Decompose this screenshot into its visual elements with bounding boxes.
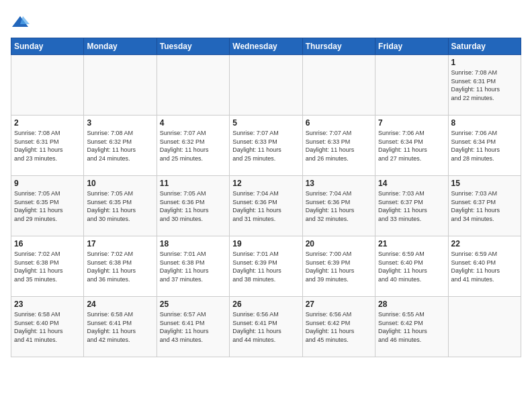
- col-header-sunday: Sunday: [11, 38, 84, 55]
- col-header-saturday: Saturday: [448, 38, 521, 55]
- day-number: 25: [160, 300, 226, 309]
- day-info: Sunrise: 7:00 AM Sunset: 6:39 PM Dayligh…: [306, 250, 372, 283]
- day-number: 7: [378, 118, 445, 128]
- day-cell: 8Sunrise: 7:06 AM Sunset: 6:34 PM Daylig…: [448, 116, 521, 176]
- day-cell: 21Sunrise: 6:59 AM Sunset: 6:40 PM Dayli…: [375, 236, 448, 297]
- day-number: 21: [378, 239, 445, 248]
- day-cell: [448, 297, 521, 357]
- week-row-4: 16Sunrise: 7:02 AM Sunset: 6:38 PM Dayli…: [11, 236, 521, 297]
- day-info: Sunrise: 7:01 AM Sunset: 6:39 PM Dayligh…: [232, 250, 299, 283]
- day-cell: 20Sunrise: 7:00 AM Sunset: 6:39 PM Dayli…: [302, 236, 375, 297]
- col-header-monday: Monday: [84, 38, 157, 55]
- day-cell: [11, 55, 84, 116]
- day-info: Sunrise: 7:06 AM Sunset: 6:34 PM Dayligh…: [451, 129, 518, 163]
- day-cell: 27Sunrise: 6:56 AM Sunset: 6:42 PM Dayli…: [302, 297, 375, 357]
- day-number: 12: [232, 179, 299, 188]
- day-info: Sunrise: 7:08 AM Sunset: 6:31 PM Dayligh…: [14, 129, 81, 163]
- day-info: Sunrise: 7:08 AM Sunset: 6:32 PM Dayligh…: [87, 129, 153, 163]
- day-info: Sunrise: 6:58 AM Sunset: 6:40 PM Dayligh…: [14, 310, 81, 344]
- day-number: 8: [451, 118, 518, 128]
- day-info: Sunrise: 6:55 AM Sunset: 6:42 PM Dayligh…: [378, 310, 445, 344]
- day-number: 5: [232, 118, 299, 128]
- day-number: 20: [306, 239, 372, 248]
- col-header-tuesday: Tuesday: [157, 38, 229, 55]
- logo: [11, 13, 32, 32]
- day-info: Sunrise: 7:07 AM Sunset: 6:33 PM Dayligh…: [232, 129, 299, 163]
- day-cell: 16Sunrise: 7:02 AM Sunset: 6:38 PM Dayli…: [11, 236, 84, 297]
- week-row-1: 1Sunrise: 7:08 AM Sunset: 6:31 PM Daylig…: [11, 55, 521, 116]
- day-info: Sunrise: 7:08 AM Sunset: 6:31 PM Dayligh…: [451, 68, 518, 102]
- day-cell: 17Sunrise: 7:02 AM Sunset: 6:38 PM Dayli…: [84, 236, 157, 297]
- day-cell: 15Sunrise: 7:03 AM Sunset: 6:37 PM Dayli…: [448, 176, 521, 236]
- day-number: 2: [14, 118, 81, 128]
- day-info: Sunrise: 7:03 AM Sunset: 6:37 PM Dayligh…: [378, 189, 445, 223]
- calendar-table: SundayMondayTuesdayWednesdayThursdayFrid…: [11, 38, 521, 357]
- col-header-friday: Friday: [375, 38, 448, 55]
- day-number: 4: [160, 118, 226, 128]
- day-info: Sunrise: 6:58 AM Sunset: 6:41 PM Dayligh…: [87, 310, 153, 344]
- day-number: 1: [451, 58, 518, 67]
- day-info: Sunrise: 7:05 AM Sunset: 6:35 PM Dayligh…: [14, 189, 81, 223]
- day-number: 14: [378, 179, 445, 188]
- day-number: 13: [306, 179, 372, 188]
- day-number: 6: [306, 118, 372, 128]
- day-number: 3: [87, 118, 153, 128]
- col-header-wednesday: Wednesday: [230, 38, 302, 55]
- day-info: Sunrise: 7:04 AM Sunset: 6:36 PM Dayligh…: [232, 189, 299, 223]
- day-number: 24: [87, 300, 153, 309]
- day-number: 11: [160, 179, 226, 188]
- day-number: 23: [14, 300, 81, 309]
- week-row-5: 23Sunrise: 6:58 AM Sunset: 6:40 PM Dayli…: [11, 297, 521, 357]
- day-cell: [157, 55, 229, 116]
- week-row-2: 2Sunrise: 7:08 AM Sunset: 6:31 PM Daylig…: [11, 116, 521, 176]
- day-info: Sunrise: 6:59 AM Sunset: 6:40 PM Dayligh…: [451, 250, 518, 283]
- day-cell: 23Sunrise: 6:58 AM Sunset: 6:40 PM Dayli…: [11, 297, 84, 357]
- day-info: Sunrise: 6:56 AM Sunset: 6:41 PM Dayligh…: [232, 310, 299, 344]
- day-number: 26: [232, 300, 299, 309]
- day-cell: 14Sunrise: 7:03 AM Sunset: 6:37 PM Dayli…: [375, 176, 448, 236]
- day-info: Sunrise: 7:01 AM Sunset: 6:38 PM Dayligh…: [160, 250, 226, 283]
- day-cell: 13Sunrise: 7:04 AM Sunset: 6:36 PM Dayli…: [302, 176, 375, 236]
- day-number: 27: [306, 300, 372, 309]
- day-info: Sunrise: 7:06 AM Sunset: 6:34 PM Dayligh…: [378, 129, 445, 163]
- day-cell: 12Sunrise: 7:04 AM Sunset: 6:36 PM Dayli…: [230, 176, 302, 236]
- day-number: 28: [378, 300, 445, 309]
- day-cell: 2Sunrise: 7:08 AM Sunset: 6:31 PM Daylig…: [11, 116, 84, 176]
- day-cell: 10Sunrise: 7:05 AM Sunset: 6:35 PM Dayli…: [84, 176, 157, 236]
- day-cell: 5Sunrise: 7:07 AM Sunset: 6:33 PM Daylig…: [230, 116, 302, 176]
- day-number: 15: [451, 179, 518, 188]
- day-info: Sunrise: 6:59 AM Sunset: 6:40 PM Dayligh…: [378, 250, 445, 283]
- day-info: Sunrise: 6:57 AM Sunset: 6:41 PM Dayligh…: [160, 310, 226, 344]
- day-number: 10: [87, 179, 153, 188]
- day-number: 16: [14, 239, 81, 248]
- day-cell: 28Sunrise: 6:55 AM Sunset: 6:42 PM Dayli…: [375, 297, 448, 357]
- day-info: Sunrise: 7:05 AM Sunset: 6:36 PM Dayligh…: [160, 189, 226, 223]
- day-number: 9: [14, 179, 81, 188]
- page-header: [11, 11, 521, 32]
- day-cell: 22Sunrise: 6:59 AM Sunset: 6:40 PM Dayli…: [448, 236, 521, 297]
- day-info: Sunrise: 7:02 AM Sunset: 6:38 PM Dayligh…: [87, 250, 153, 283]
- day-cell: 9Sunrise: 7:05 AM Sunset: 6:35 PM Daylig…: [11, 176, 84, 236]
- day-cell: 7Sunrise: 7:06 AM Sunset: 6:34 PM Daylig…: [375, 116, 448, 176]
- day-info: Sunrise: 6:56 AM Sunset: 6:42 PM Dayligh…: [306, 310, 372, 344]
- logo-icon: [11, 13, 30, 32]
- svg-marker-1: [20, 16, 30, 24]
- day-cell: 18Sunrise: 7:01 AM Sunset: 6:38 PM Dayli…: [157, 236, 229, 297]
- day-info: Sunrise: 7:05 AM Sunset: 6:35 PM Dayligh…: [87, 189, 153, 223]
- day-cell: 11Sunrise: 7:05 AM Sunset: 6:36 PM Dayli…: [157, 176, 229, 236]
- day-cell: [230, 55, 302, 116]
- day-cell: 19Sunrise: 7:01 AM Sunset: 6:39 PM Dayli…: [230, 236, 302, 297]
- day-number: 19: [232, 239, 299, 248]
- day-number: 17: [87, 239, 153, 248]
- day-info: Sunrise: 7:03 AM Sunset: 6:37 PM Dayligh…: [451, 189, 518, 223]
- day-info: Sunrise: 7:07 AM Sunset: 6:33 PM Dayligh…: [306, 129, 372, 163]
- day-info: Sunrise: 7:02 AM Sunset: 6:38 PM Dayligh…: [14, 250, 81, 283]
- day-cell: [302, 55, 375, 116]
- day-cell: 4Sunrise: 7:07 AM Sunset: 6:32 PM Daylig…: [157, 116, 229, 176]
- day-info: Sunrise: 7:07 AM Sunset: 6:32 PM Dayligh…: [160, 129, 226, 163]
- day-cell: 26Sunrise: 6:56 AM Sunset: 6:41 PM Dayli…: [230, 297, 302, 357]
- calendar-body: 1Sunrise: 7:08 AM Sunset: 6:31 PM Daylig…: [11, 55, 521, 357]
- day-cell: 24Sunrise: 6:58 AM Sunset: 6:41 PM Dayli…: [84, 297, 157, 357]
- calendar-header: SundayMondayTuesdayWednesdayThursdayFrid…: [11, 38, 521, 55]
- day-cell: 25Sunrise: 6:57 AM Sunset: 6:41 PM Dayli…: [157, 297, 229, 357]
